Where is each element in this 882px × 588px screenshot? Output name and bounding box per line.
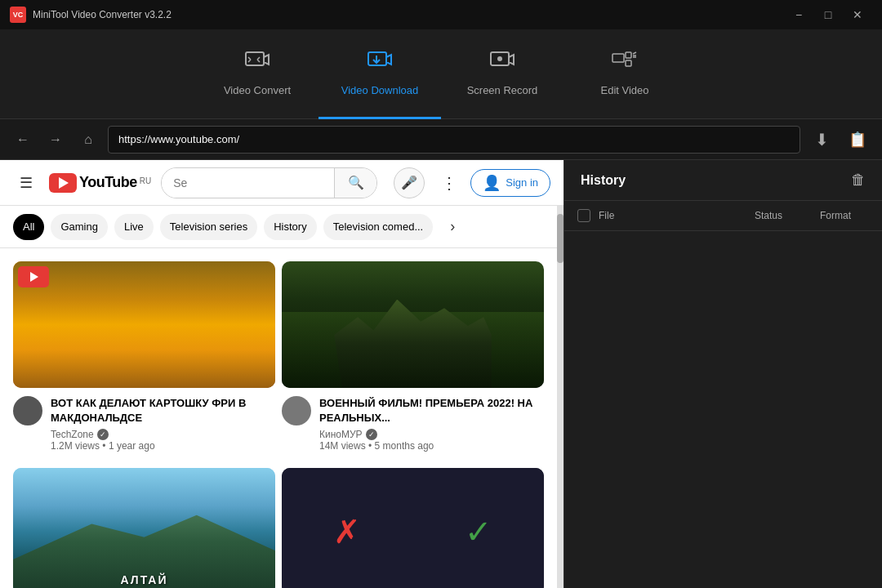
history-body xyxy=(564,231,882,588)
yt-signin-label: Sign in xyxy=(506,176,538,189)
youtube-header: ☰ YouTube RU 🔍 🎤 ⋮ 👤 Sign in xyxy=(0,160,564,206)
chip-all[interactable]: All xyxy=(13,214,44,240)
tab-convert-label: Video Convert xyxy=(224,84,291,96)
tab-screen-record[interactable]: Screen Record xyxy=(441,29,564,119)
url-input[interactable] xyxy=(108,126,800,154)
home-button[interactable]: ⌂ xyxy=(75,127,101,153)
yt-signin-button[interactable]: 👤 Sign in xyxy=(470,169,550,197)
yt-menu-button[interactable]: ☰ xyxy=(13,170,39,196)
channel-avatar-2 xyxy=(282,396,311,425)
tab-edit-label: Edit Video xyxy=(600,84,648,96)
edit-video-icon xyxy=(612,49,638,78)
history-header: History 🗑 xyxy=(564,160,882,201)
svg-rect-6 xyxy=(626,60,631,66)
video-meta-2: ВОЕННЫЙ ФИЛЬМ! ПРЕМЬЕРА 2022! НА РЕАЛЬНЫ… xyxy=(319,396,544,452)
yt-filter-chips: All Gaming Live Television series Histor… xyxy=(0,206,564,248)
video-download-icon xyxy=(367,49,393,78)
video-info-2: ВОЕННЫЙ ФИЛЬМ! ПРЕМЬЕРА 2022! НА РЕАЛЬНЫ… xyxy=(282,388,544,452)
svg-point-3 xyxy=(497,56,502,61)
chip-scroll-right[interactable]: › xyxy=(439,214,466,240)
forward-button[interactable]: → xyxy=(42,127,69,153)
chip-history[interactable]: History xyxy=(264,214,316,240)
clipboard-button[interactable]: 📋 xyxy=(843,126,872,154)
verified-1: ✓ xyxy=(97,429,109,440)
video-card-4[interactable]: ✗ ✓ Видео с выбором Channel4 500K views … xyxy=(282,468,550,588)
svg-line-7 xyxy=(633,52,636,54)
yt-scrollbar-thumb xyxy=(557,214,564,263)
channel-name-2: КиноМУР ✓ xyxy=(319,429,544,440)
download-button[interactable]: ⬇ xyxy=(807,126,836,154)
nav-tabs: Video Convert Video Download Screen Reco… xyxy=(0,29,882,119)
app-logo: VC xyxy=(10,7,26,23)
tab-record-label: Screen Record xyxy=(467,84,538,96)
video-stats-2: 14M views • 5 months ago xyxy=(319,440,544,452)
minimize-button[interactable]: − xyxy=(784,3,813,26)
youtube-panel: ☰ YouTube RU 🔍 🎤 ⋮ 👤 Sign in All xyxy=(0,160,564,588)
history-delete-all-button[interactable]: 🗑 xyxy=(851,172,866,189)
x-icon: ✗ xyxy=(333,513,361,550)
maximize-button[interactable]: □ xyxy=(813,3,843,26)
yt-scrollbar[interactable] xyxy=(557,206,564,588)
svg-rect-4 xyxy=(612,54,624,62)
video-title-2: ВОЕННЫЙ ФИЛЬМ! ПРЕМЬЕРА 2022! НА РЕАЛЬНЫ… xyxy=(319,396,544,425)
back-button[interactable]: ← xyxy=(10,127,36,153)
video-thumb-4: ✗ ✓ xyxy=(282,468,544,588)
tab-video-convert[interactable]: Video Convert xyxy=(196,29,318,119)
history-panel: History 🗑 File Status Format xyxy=(564,160,882,588)
yt-logo-ru: RU xyxy=(140,176,151,185)
svg-rect-0 xyxy=(246,52,264,65)
app-title: MiniTool Video Converter v3.2.2 xyxy=(33,9,784,20)
video-title-1: ВОТ КАК ДЕЛАЮТ КАРТОШКУ ФРИ В МАКДОНАЛЬД… xyxy=(51,396,275,425)
chip-television-series[interactable]: Television series xyxy=(160,214,257,240)
yt-search-wrap: 🔍 xyxy=(161,167,377,198)
history-table-header: File Status Format xyxy=(564,201,882,231)
screen-record-icon xyxy=(489,49,515,78)
video-card-1[interactable]: ВОТ КАК ДЕЛАЮТ КАРТОШКУ ФРИ В МАКДОНАЛЬД… xyxy=(13,261,282,468)
svg-rect-5 xyxy=(626,52,631,58)
main-content: ☰ YouTube RU 🔍 🎤 ⋮ 👤 Sign in All xyxy=(0,160,882,588)
video-thumb-3: АЛТАЙ xyxy=(13,468,275,588)
yt-logo-text: YouTube xyxy=(79,174,137,191)
yt-mic-button[interactable]: 🎤 xyxy=(394,167,425,198)
video-stats-1: 1.2M views • 1 year ago xyxy=(51,440,275,452)
chip-television-comedy[interactable]: Television comed... xyxy=(323,214,434,240)
video-card-2[interactable]: ВОЕННЫЙ ФИЛЬМ! ПРЕМЬЕРА 2022! НА РЕАЛЬНЫ… xyxy=(282,261,550,468)
yt-search-input[interactable] xyxy=(162,168,334,198)
yt-signin-icon: 👤 xyxy=(483,174,501,192)
channel-name-1: TechZone ✓ xyxy=(51,429,275,440)
titlebar: VC MiniTool Video Converter v3.2.2 − □ ✕ xyxy=(0,0,882,29)
check-icon: ✓ xyxy=(465,513,492,550)
tab-video-download[interactable]: Video Download xyxy=(318,29,441,119)
video-info-1: ВОТ КАК ДЕЛАЮТ КАРТОШКУ ФРИ В МАКДОНАЛЬД… xyxy=(13,388,275,452)
video-thumb-1 xyxy=(13,261,275,388)
altai-text: АЛТАЙ xyxy=(121,573,168,586)
yt-logo-icon xyxy=(49,173,77,193)
window-controls: − □ ✕ xyxy=(784,3,872,26)
chip-gaming[interactable]: Gaming xyxy=(51,214,108,240)
video-meta-1: ВОТ КАК ДЕЛАЮТ КАРТОШКУ ФРИ В МАКДОНАЛЬД… xyxy=(51,396,275,452)
tab-edit-video[interactable]: Edit Video xyxy=(564,29,686,119)
history-select-all-checkbox[interactable] xyxy=(577,209,590,222)
yt-logo[interactable]: YouTube RU xyxy=(49,173,151,193)
channel-avatar-1 xyxy=(13,396,42,425)
chip-live[interactable]: Live xyxy=(114,214,154,240)
thumb-duo-icons: ✗ ✓ xyxy=(282,468,544,588)
yt-header-right: ⋮ 👤 Sign in xyxy=(434,168,550,198)
video-thumb-2 xyxy=(282,261,544,388)
verified-2: ✓ xyxy=(366,429,377,440)
yt-more-button[interactable]: ⋮ xyxy=(434,168,464,198)
video-card-3[interactable]: АЛТАЙ АЛТАЙ NatureChannel 800K views • 2… xyxy=(13,468,282,588)
yt-video-grid: ВОТ КАК ДЕЛАЮТ КАРТОШКУ ФРИ В МАКДОНАЛЬД… xyxy=(0,248,564,588)
address-bar: ← → ⌂ ⬇ 📋 xyxy=(0,119,882,160)
history-title: History xyxy=(581,173,626,188)
close-button[interactable]: ✕ xyxy=(843,3,872,26)
tab-download-label: Video Download xyxy=(341,84,418,96)
history-col-format: Format xyxy=(820,210,869,221)
yt-search-button[interactable]: 🔍 xyxy=(334,168,376,198)
video-convert-icon xyxy=(244,49,270,78)
history-col-file: File xyxy=(599,210,746,221)
history-col-status: Status xyxy=(755,210,812,221)
